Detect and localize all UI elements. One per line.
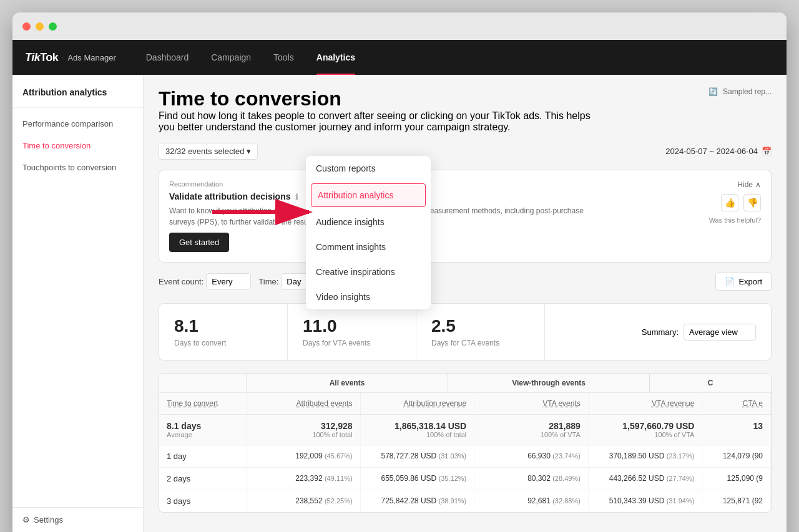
chevron-up-icon: ∧: [755, 180, 761, 189]
nav-items: Dashboard Campaign Tools Analytics: [135, 40, 366, 75]
page-title: Time to conversion: [159, 87, 596, 110]
thumbs-up-button[interactable]: 👍: [721, 194, 738, 211]
analytics-controls: Event count: Every Time: Day Display: Cu…: [159, 273, 772, 291]
nav-campaign[interactable]: Campaign: [200, 40, 262, 75]
dropdown-video-insights[interactable]: Video insights: [306, 284, 431, 309]
main-layout: Attribution analytics Performance compar…: [12, 75, 787, 532]
stats-row: 8.1 Days to convert 11.0 Days for VTA ev…: [159, 303, 772, 360]
events-selector[interactable]: 32/32 events selected ▾: [159, 143, 258, 160]
nav-dashboard[interactable]: Dashboard: [135, 40, 200, 75]
minimize-btn[interactable]: [36, 22, 44, 31]
td-1-day: 1 day: [159, 445, 247, 467]
td-attributed-total: 312,928 100% of total: [247, 415, 361, 445]
td-1-rev: 578,727.28 USD (31.03%): [361, 445, 475, 467]
nav-analytics[interactable]: Analytics: [305, 40, 366, 75]
sidebar-item-performance[interactable]: Performance comparison: [12, 113, 143, 135]
stat-days-label: Days to convert: [174, 339, 272, 347]
td-3-day: 3 days: [159, 490, 247, 512]
rec-info-icon: ℹ: [295, 193, 298, 201]
stat-days-to-convert: 8.1 Days to convert: [159, 304, 288, 360]
stat-cta-events: 2.5 Days for CTA events: [416, 304, 545, 360]
dropdown-attribution-analytics[interactable]: Attribution analytics: [311, 183, 426, 207]
events-value: 32/32 events selected: [165, 147, 244, 156]
th-attributed: Attributed events: [247, 393, 361, 414]
recommendation-card: Recommendation Validate attribution deci…: [159, 170, 772, 263]
dropdown-creative-inspirations[interactable]: Creative inspirations: [306, 259, 431, 284]
td-avg-days: 8.1 days Average: [159, 415, 247, 445]
page-header-row: Time to conversion Find out how long it …: [159, 87, 772, 133]
brand: TikTok · Ads Manager: [25, 51, 116, 64]
td-2-rev: 655,059.86 USD (35.12%): [361, 468, 475, 490]
td-2-vta-rev: 443,266.52 USD (27.74%): [589, 468, 703, 490]
dropdown-custom-reports[interactable]: Custom reports: [306, 156, 431, 181]
settings-label: Settings: [34, 515, 63, 525]
top-nav: TikTok · Ads Manager Dashboard Campaign …: [12, 40, 787, 75]
events-dropdown-icon: ▾: [247, 147, 251, 156]
td-1-cta: 124,079 (90: [702, 445, 771, 467]
analytics-dropdown-menu: Custom reports Attribution analytics Aud…: [306, 156, 431, 309]
event-count-label: Event count:: [159, 277, 203, 286]
dropdown-comment-insights[interactable]: Comment insights: [306, 235, 431, 259]
dropdown-audience-insights[interactable]: Audience insights: [306, 210, 431, 235]
stat-cta-value: 2.5: [431, 316, 529, 336]
close-btn[interactable]: [22, 22, 31, 31]
brand-logo: TikTok: [25, 51, 58, 64]
app-window: TikTok · Ads Manager Dashboard Campaign …: [12, 12, 787, 532]
filters-row: 32/32 events selected ▾ 2024-05-07 ~ 202…: [159, 143, 772, 160]
stat-summary: Summary: Average view: [545, 304, 771, 360]
date-range: 2024-05-07 ~ 2024-06-04 📅: [665, 147, 772, 156]
table-row: 2 days 223,392 (49.11%) 655,059.86 USD (…: [159, 468, 771, 490]
stat-days-value: 8.1: [174, 316, 272, 336]
stat-vta-label: Days for VTA events: [303, 339, 401, 347]
brand-sub: Ads Manager: [67, 53, 115, 62]
td-3-rev: 725,842.28 USD (38.91%): [361, 490, 475, 512]
feedback-row: 👍 👎: [721, 194, 761, 211]
helpful-label: Was this helpful?: [709, 216, 761, 224]
sidebar-item-touchpoints[interactable]: Touchpoints to conversion: [12, 157, 143, 178]
data-table: All events View-through events C Time to…: [159, 373, 772, 513]
th-revenue: Attribution revenue: [361, 393, 475, 414]
td-2-day: 2 days: [159, 468, 247, 490]
td-2-vta: 80,302 (28.49%): [474, 468, 589, 490]
event-count-control: Event count: Every: [159, 273, 251, 290]
page-description: Find out how long it takes people to con…: [159, 110, 596, 133]
get-started-button[interactable]: Get started: [169, 233, 229, 252]
th-vta-events: VTA events: [474, 393, 589, 414]
td-2-events: 223,392 (49.11%): [247, 468, 361, 490]
calendar-icon[interactable]: 📅: [762, 147, 772, 156]
export-button[interactable]: 📄 Export: [715, 273, 772, 291]
td-3-vta: 92,681 (32.88%): [474, 490, 589, 512]
th-vta-revenue: VTA revenue: [589, 393, 703, 414]
summary-label: Summary:: [642, 327, 679, 337]
td-1-vta: 66,930 (23.74%): [474, 445, 589, 467]
td-1-vta-rev: 370,189.50 USD (23.17%): [589, 445, 703, 467]
nav-tools[interactable]: Tools: [262, 40, 305, 75]
stat-vta-value: 11.0: [303, 316, 401, 336]
date-range-value: 2024-05-07 ~ 2024-06-04: [665, 147, 758, 156]
td-1-events: 192,009 (45.67%): [247, 445, 361, 467]
col-empty: [159, 374, 247, 392]
export-icon: 📄: [725, 277, 735, 286]
td-cta-total: 13: [702, 415, 771, 445]
td-3-vta-rev: 510,343.39 USD (31.94%): [589, 490, 703, 512]
header-right: 🔄 Sampled rep...: [708, 87, 772, 96]
event-count-select[interactable]: Every: [206, 273, 251, 290]
summary-select[interactable]: Average view: [684, 324, 756, 341]
th-time: Time to convert: [159, 393, 247, 414]
col-all-events: All events: [247, 374, 448, 392]
export-label: Export: [738, 277, 762, 286]
td-revenue-total: 1,865,318.14 USD 100% of total: [361, 415, 475, 445]
hide-button[interactable]: Hide ∧: [737, 180, 761, 189]
td-2-cta: 125,090 (9: [702, 468, 771, 490]
sampled-icon: 🔄: [708, 87, 718, 96]
sidebar-settings[interactable]: ⚙ Settings: [12, 507, 143, 532]
settings-icon: ⚙: [22, 515, 30, 525]
td-vta-total: 281,889 100% of VTA: [474, 415, 589, 445]
td-3-events: 238,552 (52.25%): [247, 490, 361, 512]
col-view-through: View-through events: [448, 374, 650, 392]
table-row: 1 day 192,009 (45.67%) 578,727.28 USD (3…: [159, 445, 771, 468]
sidebar: Attribution analytics Performance compar…: [12, 75, 144, 532]
sidebar-item-time-to-conversion[interactable]: Time to conversion: [12, 135, 143, 157]
thumbs-down-button[interactable]: 👎: [743, 194, 761, 211]
maximize-btn[interactable]: [49, 22, 57, 31]
